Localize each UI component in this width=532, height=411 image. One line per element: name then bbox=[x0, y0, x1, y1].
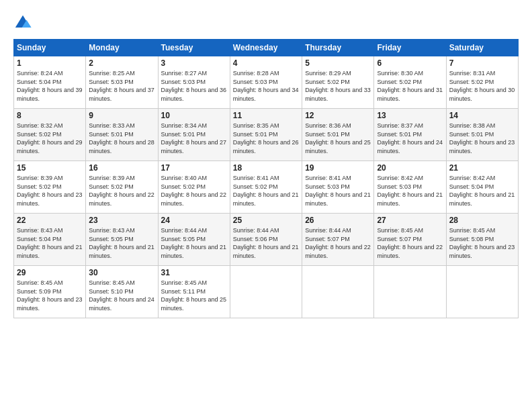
day-number: 3 bbox=[161, 58, 227, 68]
calendar-cell: 28 Sunrise: 8:45 AMSunset: 5:08 PMDaylig… bbox=[446, 214, 518, 266]
col-header-wednesday: Wednesday bbox=[230, 40, 302, 56]
logo-icon bbox=[13, 13, 32, 32]
day-number: 23 bbox=[89, 216, 154, 225]
day-info: Sunrise: 8:24 AMSunset: 5:04 PMDaylight:… bbox=[17, 70, 83, 102]
day-number: 10 bbox=[161, 111, 227, 120]
day-number: 31 bbox=[161, 268, 227, 277]
day-info: Sunrise: 8:29 AMSunset: 5:02 PMDaylight:… bbox=[305, 70, 371, 102]
day-number: 17 bbox=[161, 163, 227, 173]
day-info: Sunrise: 8:37 AMSunset: 5:01 PMDaylight:… bbox=[377, 122, 443, 154]
calendar-cell: 20 Sunrise: 8:42 AMSunset: 5:03 PMDaylig… bbox=[374, 161, 446, 214]
calendar-cell: 18 Sunrise: 8:41 AMSunset: 5:02 PMDaylig… bbox=[230, 161, 302, 214]
day-info: Sunrise: 8:41 AMSunset: 5:03 PMDaylight:… bbox=[305, 175, 371, 207]
calendar-cell: 12 Sunrise: 8:36 AMSunset: 5:01 PMDaylig… bbox=[302, 109, 374, 161]
day-info: Sunrise: 8:27 AMSunset: 5:03 PMDaylight:… bbox=[161, 70, 227, 102]
calendar-cell: 2 Sunrise: 8:25 AMSunset: 5:03 PMDayligh… bbox=[86, 56, 158, 109]
day-number: 8 bbox=[17, 111, 83, 120]
calendar-cell: 1 Sunrise: 8:24 AMSunset: 5:04 PMDayligh… bbox=[14, 56, 86, 109]
day-number: 28 bbox=[449, 216, 515, 225]
col-header-sunday: Sunday bbox=[14, 40, 86, 56]
calendar-cell bbox=[302, 266, 374, 318]
day-info: Sunrise: 8:25 AMSunset: 5:03 PMDaylight:… bbox=[89, 70, 154, 102]
day-info: Sunrise: 8:30 AMSunset: 5:02 PMDaylight:… bbox=[377, 70, 443, 102]
day-number: 18 bbox=[233, 163, 299, 173]
day-number: 27 bbox=[377, 216, 443, 225]
day-info: Sunrise: 8:44 AMSunset: 5:06 PMDaylight:… bbox=[233, 227, 299, 259]
calendar-cell: 29 Sunrise: 8:45 AMSunset: 5:09 PMDaylig… bbox=[14, 266, 86, 318]
calendar-cell: 6 Sunrise: 8:30 AMSunset: 5:02 PMDayligh… bbox=[374, 56, 446, 109]
day-number: 1 bbox=[17, 58, 83, 68]
calendar-cell: 15 Sunrise: 8:39 AMSunset: 5:02 PMDaylig… bbox=[14, 161, 86, 214]
calendar-cell: 21 Sunrise: 8:42 AMSunset: 5:04 PMDaylig… bbox=[446, 161, 518, 214]
day-info: Sunrise: 8:41 AMSunset: 5:02 PMDaylight:… bbox=[233, 175, 299, 207]
day-number: 2 bbox=[89, 58, 154, 68]
header bbox=[13, 13, 519, 32]
day-info: Sunrise: 8:43 AMSunset: 5:05 PMDaylight:… bbox=[89, 227, 154, 259]
calendar-cell: 3 Sunrise: 8:27 AMSunset: 5:03 PMDayligh… bbox=[158, 56, 230, 109]
calendar-cell: 10 Sunrise: 8:34 AMSunset: 5:01 PMDaylig… bbox=[158, 109, 230, 161]
day-number: 22 bbox=[17, 216, 83, 225]
day-number: 30 bbox=[89, 268, 154, 277]
day-info: Sunrise: 8:36 AMSunset: 5:01 PMDaylight:… bbox=[305, 122, 371, 154]
day-info: Sunrise: 8:45 AMSunset: 5:07 PMDaylight:… bbox=[377, 227, 443, 259]
day-number: 13 bbox=[377, 111, 443, 120]
day-info: Sunrise: 8:45 AMSunset: 5:08 PMDaylight:… bbox=[449, 227, 515, 259]
calendar-cell: 14 Sunrise: 8:38 AMSunset: 5:01 PMDaylig… bbox=[446, 109, 518, 161]
day-info: Sunrise: 8:42 AMSunset: 5:04 PMDaylight:… bbox=[449, 175, 515, 207]
day-number: 14 bbox=[449, 111, 515, 120]
day-number: 26 bbox=[305, 216, 371, 225]
day-number: 7 bbox=[449, 58, 515, 68]
day-number: 12 bbox=[305, 111, 371, 120]
day-number: 6 bbox=[377, 58, 443, 68]
day-info: Sunrise: 8:32 AMSunset: 5:02 PMDaylight:… bbox=[17, 122, 83, 154]
day-info: Sunrise: 8:34 AMSunset: 5:01 PMDaylight:… bbox=[161, 122, 227, 154]
col-header-saturday: Saturday bbox=[446, 40, 518, 56]
logo bbox=[13, 13, 35, 32]
day-info: Sunrise: 8:38 AMSunset: 5:01 PMDaylight:… bbox=[449, 122, 515, 154]
day-number: 21 bbox=[449, 163, 515, 173]
day-info: Sunrise: 8:45 AMSunset: 5:11 PMDaylight:… bbox=[161, 279, 227, 312]
page: SundayMondayTuesdayWednesdayThursdayFrid… bbox=[0, 0, 532, 411]
calendar-table: SundayMondayTuesdayWednesdayThursdayFrid… bbox=[13, 39, 519, 318]
calendar-cell: 11 Sunrise: 8:35 AMSunset: 5:01 PMDaylig… bbox=[230, 109, 302, 161]
calendar-cell: 13 Sunrise: 8:37 AMSunset: 5:01 PMDaylig… bbox=[374, 109, 446, 161]
day-info: Sunrise: 8:42 AMSunset: 5:03 PMDaylight:… bbox=[377, 175, 443, 207]
day-info: Sunrise: 8:28 AMSunset: 5:03 PMDaylight:… bbox=[233, 70, 299, 102]
calendar-cell bbox=[374, 266, 446, 318]
col-header-monday: Monday bbox=[86, 40, 158, 56]
day-number: 4 bbox=[233, 58, 299, 68]
day-info: Sunrise: 8:44 AMSunset: 5:05 PMDaylight:… bbox=[161, 227, 227, 259]
day-number: 20 bbox=[377, 163, 443, 173]
calendar-cell: 24 Sunrise: 8:44 AMSunset: 5:05 PMDaylig… bbox=[158, 214, 230, 266]
calendar-cell: 31 Sunrise: 8:45 AMSunset: 5:11 PMDaylig… bbox=[158, 266, 230, 318]
day-info: Sunrise: 8:39 AMSunset: 5:02 PMDaylight:… bbox=[17, 175, 83, 207]
day-number: 16 bbox=[89, 163, 154, 173]
calendar-cell: 7 Sunrise: 8:31 AMSunset: 5:02 PMDayligh… bbox=[446, 56, 518, 109]
col-header-thursday: Thursday bbox=[302, 40, 374, 56]
calendar-cell: 4 Sunrise: 8:28 AMSunset: 5:03 PMDayligh… bbox=[230, 56, 302, 109]
day-info: Sunrise: 8:33 AMSunset: 5:01 PMDaylight:… bbox=[89, 122, 154, 154]
calendar-cell: 27 Sunrise: 8:45 AMSunset: 5:07 PMDaylig… bbox=[374, 214, 446, 266]
col-header-tuesday: Tuesday bbox=[158, 40, 230, 56]
calendar-cell: 9 Sunrise: 8:33 AMSunset: 5:01 PMDayligh… bbox=[86, 109, 158, 161]
day-info: Sunrise: 8:45 AMSunset: 5:09 PMDaylight:… bbox=[17, 279, 83, 312]
day-info: Sunrise: 8:45 AMSunset: 5:10 PMDaylight:… bbox=[89, 279, 154, 312]
calendar-cell: 16 Sunrise: 8:39 AMSunset: 5:02 PMDaylig… bbox=[86, 161, 158, 214]
col-header-friday: Friday bbox=[374, 40, 446, 56]
day-info: Sunrise: 8:43 AMSunset: 5:04 PMDaylight:… bbox=[17, 227, 83, 259]
calendar-cell: 26 Sunrise: 8:44 AMSunset: 5:07 PMDaylig… bbox=[302, 214, 374, 266]
calendar-cell: 25 Sunrise: 8:44 AMSunset: 5:06 PMDaylig… bbox=[230, 214, 302, 266]
day-number: 24 bbox=[161, 216, 227, 225]
calendar-cell: 23 Sunrise: 8:43 AMSunset: 5:05 PMDaylig… bbox=[86, 214, 158, 266]
calendar-cell: 30 Sunrise: 8:45 AMSunset: 5:10 PMDaylig… bbox=[86, 266, 158, 318]
calendar-cell: 8 Sunrise: 8:32 AMSunset: 5:02 PMDayligh… bbox=[14, 109, 86, 161]
day-number: 9 bbox=[89, 111, 154, 120]
calendar-cell bbox=[446, 266, 518, 318]
day-info: Sunrise: 8:31 AMSunset: 5:02 PMDaylight:… bbox=[449, 70, 515, 102]
day-number: 5 bbox=[305, 58, 371, 68]
calendar-cell bbox=[230, 266, 302, 318]
day-number: 29 bbox=[17, 268, 83, 277]
day-info: Sunrise: 8:44 AMSunset: 5:07 PMDaylight:… bbox=[305, 227, 371, 259]
day-number: 11 bbox=[233, 111, 299, 120]
day-info: Sunrise: 8:40 AMSunset: 5:02 PMDaylight:… bbox=[161, 175, 227, 207]
